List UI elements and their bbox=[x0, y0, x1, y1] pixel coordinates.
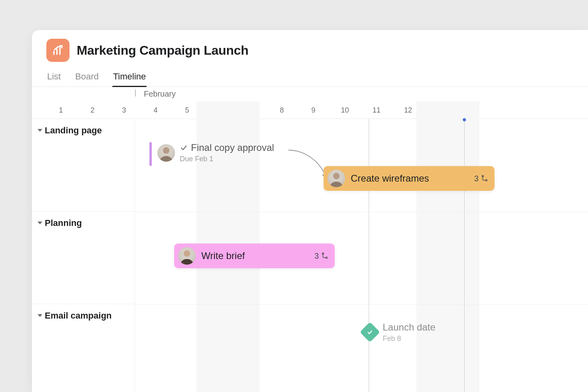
day-cell: 1 bbox=[45, 101, 77, 119]
day-cell: 8 bbox=[266, 101, 298, 119]
project-timeline-card: Marketing Campaign Launch List Board Tim… bbox=[32, 30, 588, 392]
milestone-title[interactable]: Launch date bbox=[383, 322, 435, 333]
project-title: Marketing Campaign Launch bbox=[77, 43, 248, 58]
timeline-area: February 1 2 3 4 5 6 7 8 9 10 11 12 13 bbox=[32, 87, 588, 392]
caret-down-icon bbox=[38, 314, 42, 317]
month-label: February bbox=[144, 89, 176, 99]
day-cell: 2 bbox=[77, 101, 108, 119]
day-cell: 3 bbox=[108, 101, 140, 119]
section-label: Landing page bbox=[45, 125, 102, 136]
milestone-date: Feb 8 bbox=[383, 335, 401, 343]
task-title: Create wireframes bbox=[351, 173, 429, 184]
subtask-indicator[interactable]: 3 bbox=[314, 251, 328, 261]
tab-board[interactable]: Board bbox=[74, 68, 99, 87]
check-icon bbox=[180, 144, 188, 152]
task-final-copy-approval[interactable]: Final copy approval Due Feb 1 bbox=[157, 142, 274, 163]
assignee-avatar[interactable] bbox=[178, 247, 196, 265]
section-label: Planning bbox=[45, 218, 82, 228]
task-create-wireframes[interactable]: Create wireframes 3 bbox=[324, 166, 495, 191]
project-header: Marketing Campaign Launch bbox=[32, 30, 588, 66]
sections-sidebar: Landing page Planning Email campaign bbox=[32, 119, 135, 392]
task-title: Final copy approval bbox=[191, 142, 274, 153]
subtask-count: 3 bbox=[314, 251, 319, 261]
caret-down-icon bbox=[38, 129, 42, 132]
task-due-label: Due Feb 1 bbox=[180, 155, 274, 163]
subtask-indicator[interactable]: 3 bbox=[474, 174, 488, 183]
tab-timeline[interactable]: Timeline bbox=[112, 68, 147, 87]
task-write-brief[interactable]: Write brief 3 bbox=[174, 244, 335, 268]
subtask-count: 3 bbox=[474, 174, 479, 183]
section-header-email[interactable]: Email campaign bbox=[32, 304, 135, 392]
svg-point-3 bbox=[326, 257, 328, 259]
assignee-avatar[interactable] bbox=[328, 170, 345, 187]
check-icon bbox=[366, 329, 373, 336]
day-cell: 11 bbox=[361, 101, 392, 119]
tasks-layer: Final copy approval Due Feb 1 Create wir… bbox=[135, 119, 588, 392]
day-cell: 9 bbox=[298, 101, 329, 119]
view-tabs: List Board Timeline bbox=[32, 66, 588, 87]
assignee-avatar[interactable] bbox=[157, 144, 175, 162]
svg-point-1 bbox=[486, 180, 487, 181]
task-title: Write brief bbox=[201, 250, 245, 261]
milestone-launch-diamond[interactable] bbox=[360, 322, 380, 343]
month-start-tick bbox=[135, 89, 136, 97]
section-header-landing[interactable]: Landing page bbox=[32, 119, 135, 212]
timeline-body[interactable]: Landing page Planning Email campaign bbox=[32, 119, 588, 392]
tab-list[interactable]: List bbox=[46, 68, 62, 87]
day-cell: 4 bbox=[140, 101, 171, 119]
caret-down-icon bbox=[38, 222, 42, 224]
task-bar-final-copy[interactable] bbox=[149, 142, 152, 166]
day-cell: 10 bbox=[329, 101, 361, 119]
section-header-planning[interactable]: Planning bbox=[32, 212, 135, 304]
subtasks-icon bbox=[321, 252, 328, 259]
section-label: Email campaign bbox=[45, 311, 112, 321]
timeline-days-row: 1 2 3 4 5 6 7 8 9 10 11 12 13 bbox=[32, 101, 588, 119]
timeline-month-row: February bbox=[32, 87, 588, 101]
project-chart-up-icon bbox=[46, 39, 70, 62]
subtasks-icon bbox=[481, 175, 488, 182]
